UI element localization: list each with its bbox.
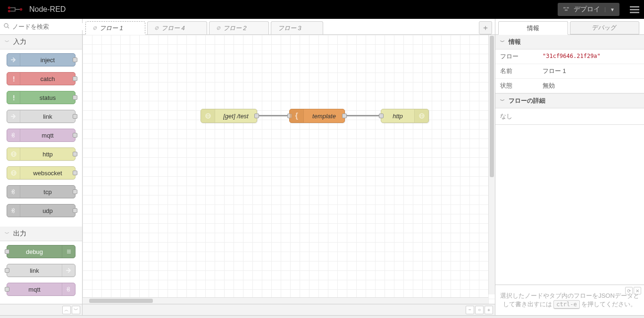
svg-rect-4 <box>567 7 569 8</box>
node-output-port[interactable] <box>73 57 77 62</box>
flow-canvas[interactable]: [get] /test{templatehttp <box>83 35 495 304</box>
svg-point-2 <box>20 8 22 10</box>
palette-expand-button[interactable]: ﹀ <box>72 306 80 314</box>
svg-point-0 <box>8 7 10 9</box>
flow-node[interactable]: [get] /test <box>201 109 257 123</box>
palette-node-http[interactable]: http <box>7 147 75 161</box>
palette-node-status[interactable]: status <box>7 91 75 104</box>
zoom-in-button[interactable]: ＋ <box>485 306 493 314</box>
palette-collapse-button[interactable]: ︿ <box>62 306 71 314</box>
hamburger-icon <box>630 9 639 10</box>
node-wire[interactable] <box>345 115 381 116</box>
flow-tab-label: フロー 1 <box>100 24 123 33</box>
workspace-footer: − ○ ＋ <box>83 304 495 315</box>
sidebar: 情報デバッグ ﹀ 情報 フロー"31cf9646.21f29a"名前フロー 1状… <box>495 19 644 315</box>
sidebar-detail-section-header[interactable]: ﹀ フローの詳細 <box>495 94 644 108</box>
wave-icon <box>7 204 20 217</box>
node-output-port[interactable] <box>254 114 259 118</box>
palette-node-link[interactable]: link <box>7 110 75 123</box>
deploy-caret-icon[interactable]: ▼ <box>605 7 615 12</box>
palette-node-mqtt[interactable]: mqtt <box>7 283 75 296</box>
node-input-port[interactable] <box>5 249 9 254</box>
node-output-port[interactable] <box>73 208 77 213</box>
deploy-button[interactable]: デプロイ ▼ <box>558 3 619 16</box>
palette-node-websocket[interactable]: websocket <box>7 166 75 179</box>
palette-category-label: 出力 <box>13 229 26 238</box>
palette-node-udp[interactable]: udp <box>7 204 75 217</box>
palette-node-label: tcp <box>20 188 75 196</box>
palette-node-catch[interactable]: catch <box>7 72 75 85</box>
node-input-port[interactable] <box>379 114 384 118</box>
canvas-vertical-scrollbar[interactable] <box>488 35 495 294</box>
palette-footer: ︿ ﹀ <box>0 304 82 315</box>
palette-node-link[interactable]: link <box>7 264 75 277</box>
palette-search-input[interactable] <box>12 23 92 30</box>
zoom-out-button[interactable]: − <box>466 306 474 314</box>
canvas-wrap: [get] /test{templatehttp <box>83 35 495 304</box>
flow-tab[interactable]: ⊘フロー 4 <box>147 21 207 34</box>
palette-node-label: catch <box>20 75 75 82</box>
sidebar-tip: ⟳ ✕ 選択したノードやタブ内のフローをJSONデータとして書き出すには ctr… <box>495 285 644 315</box>
palette-node-label: link <box>20 113 75 120</box>
flow-tab[interactable]: フロー 3 <box>271 21 324 34</box>
node-output-port[interactable] <box>73 114 77 119</box>
palette-category-header[interactable]: ﹀出力 <box>0 227 82 241</box>
deploy-icon <box>562 6 570 13</box>
node-output-port[interactable] <box>73 189 77 194</box>
sidebar-info-section-header[interactable]: ﹀ 情報 <box>495 35 644 49</box>
zoom-reset-button[interactable]: ○ <box>475 306 484 314</box>
flow-tab[interactable]: ⊘フロー 2 <box>209 21 269 34</box>
app-logo <box>4 0 26 19</box>
tip-kbd: ctrl-e <box>553 300 579 309</box>
app-footer <box>0 315 644 318</box>
search-icon <box>4 23 9 30</box>
info-row: 状態無効 <box>495 79 644 93</box>
palette-node-label: websocket <box>20 170 75 177</box>
palette-node-label: status <box>20 94 75 101</box>
chevron-down-icon: ﹀ <box>5 230 9 237</box>
canvas-horizontal-scrollbar[interactable] <box>83 297 488 304</box>
bang-icon <box>7 73 20 85</box>
palette-node-inject[interactable]: inject <box>7 53 75 66</box>
node-input-port[interactable] <box>5 268 9 273</box>
palette-node-debug[interactable]: debug <box>7 245 75 258</box>
flow-tab[interactable]: ⊘フロー 1 <box>85 21 145 35</box>
svg-rect-9 <box>13 81 15 82</box>
globe-icon <box>7 148 20 160</box>
node-output-port[interactable] <box>73 152 77 156</box>
menu-button[interactable] <box>625 0 644 19</box>
node-output-port[interactable] <box>73 95 77 100</box>
app-title: Node-RED <box>29 5 66 14</box>
node-output-port[interactable] <box>73 171 77 175</box>
info-key: 名前 <box>495 64 538 79</box>
palette-node-label: link <box>7 267 62 274</box>
svg-rect-8 <box>13 76 15 80</box>
node-output-port[interactable] <box>342 114 347 118</box>
svg-rect-10 <box>13 95 15 98</box>
palette-node-mqtt[interactable]: mqtt <box>7 129 75 142</box>
flow-node[interactable]: http <box>381 109 429 123</box>
sidebar-tab-情報[interactable]: 情報 <box>498 21 568 35</box>
node-input-port[interactable] <box>5 287 9 292</box>
node-wire[interactable] <box>257 115 289 116</box>
globe-icon <box>201 109 215 122</box>
sidebar-detail-title: フローの詳細 <box>509 97 545 105</box>
tip-refresh-button[interactable]: ⟳ <box>625 287 633 294</box>
flow-node[interactable]: {template <box>289 109 345 123</box>
brace-icon: { <box>290 109 304 122</box>
palette-node-tcp[interactable]: tcp <box>7 185 75 198</box>
add-flow-tab-button[interactable]: ＋ <box>479 21 492 34</box>
sidebar-tab-デバッグ[interactable]: デバッグ <box>570 21 640 34</box>
info-value: "31cf9646.21f29a" <box>538 49 644 64</box>
svg-point-1 <box>8 10 10 12</box>
tip-close-button[interactable]: ✕ <box>634 287 641 294</box>
disabled-icon: ⊘ <box>92 25 97 31</box>
arrow-icon <box>7 54 20 66</box>
palette-node-label: udp <box>20 207 75 214</box>
info-row: 名前フロー 1 <box>495 64 644 79</box>
palette-node-label: inject <box>20 57 75 64</box>
node-output-port[interactable] <box>73 133 77 138</box>
node-output-port[interactable] <box>73 76 77 81</box>
palette-node-label: http <box>20 151 75 158</box>
palette-category-header[interactable]: ﹀入力 <box>0 35 82 49</box>
